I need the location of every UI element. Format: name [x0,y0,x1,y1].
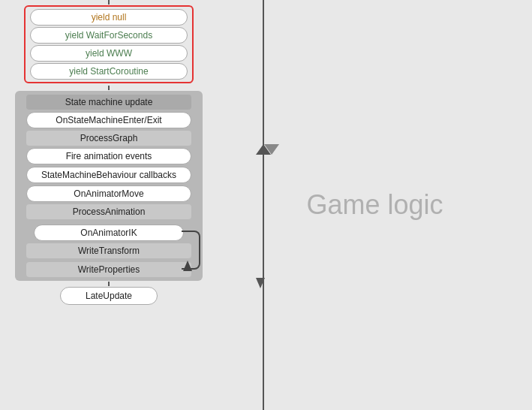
late-update-node: LateUpdate [60,287,158,305]
arrow-up-right [264,144,279,157]
main-container: Update yield null yield WaitForSeconds y… [0,0,532,410]
svg-marker-2 [264,144,279,155]
on-state-machine-node: OnStateMachineEnter/Exit [26,112,191,128]
state-machine-behaviour-node: StateMachineBehaviour callbacks [26,167,191,183]
on-animator-move-node: OnAnimatorMove [26,185,191,202]
yield-www-node: yield WWW [30,45,188,62]
left-panel: Update yield null yield WaitForSeconds y… [0,0,218,410]
ik-arrow [183,261,192,273]
connector-2 [108,86,110,90]
write-properties-row: WriteProperties [21,262,197,277]
arrow-down-ik [256,278,265,291]
gray-section-row: State machine update OnStateMachineEnter… [8,91,210,281]
gray-section: State machine update OnStateMachineEnter… [15,91,203,281]
yield-null-node: yield null [30,9,188,26]
selection-row: yield null yield WaitForSeconds yield WW… [8,5,210,85]
process-animation-node: ProcessAnimation [26,204,191,219]
right-panel: Game logic [218,0,532,410]
yield-startcoroutine-node: yield StartCoroutine [30,63,188,80]
svg-marker-3 [256,278,265,288]
on-animator-ik-node: OnAnimatorIK [34,225,184,241]
write-transform-node: WriteTransform [26,243,191,258]
selection-box: yield null yield WaitForSeconds yield WW… [24,5,194,83]
yield-waitforseconds-node: yield WaitForSeconds [30,27,188,44]
game-logic-label: Game logic [306,189,443,221]
vertical-line [263,0,264,410]
connector-1 [108,0,110,5]
late-update-row: LateUpdate [8,287,210,308]
connector-3 [108,282,110,286]
ik-group: OnAnimatorIK WriteTransform [15,225,203,258]
fire-animation-node: Fire animation events [26,148,191,164]
process-graph-node: ProcessGraph [26,131,191,146]
state-machine-update-node: State machine update [26,95,191,110]
diagram-wrapper: Update yield null yield WaitForSeconds y… [8,0,210,309]
write-properties-node: WriteProperties [26,262,191,277]
svg-marker-0 [183,261,192,271]
